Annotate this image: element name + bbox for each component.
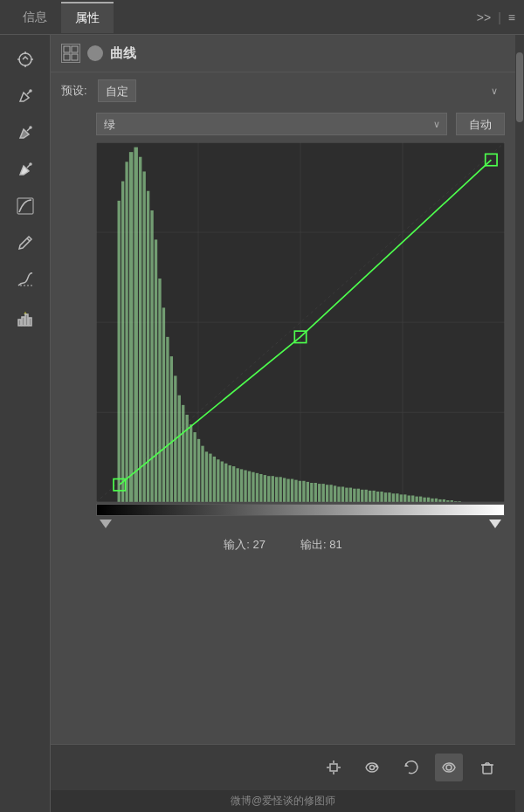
menu-icon[interactable]: ≡ — [508, 10, 515, 24]
svg-rect-57 — [217, 459, 219, 502]
svg-rect-16 — [25, 314, 28, 326]
target-adjustment-tool[interactable] — [10, 44, 41, 75]
svg-rect-83 — [318, 484, 321, 502]
input-label: 输入: 27 — [224, 537, 265, 553]
histogram-warning-tool[interactable] — [10, 304, 41, 335]
svg-rect-47 — [178, 396, 181, 503]
svg-rect-33 — [121, 182, 124, 503]
svg-rect-108 — [415, 497, 417, 503]
curve-tool[interactable] — [10, 190, 41, 222]
svg-rect-92 — [353, 489, 355, 503]
svg-rect-82 — [314, 483, 317, 502]
svg-rect-76 — [291, 479, 293, 503]
input-value: 27 — [253, 538, 265, 551]
svg-rect-34 — [125, 162, 128, 502]
svg-point-129 — [370, 766, 375, 770]
svg-rect-39 — [147, 191, 149, 503]
svg-rect-58 — [221, 461, 224, 502]
svg-point-8 — [30, 127, 31, 128]
gradient-slider[interactable] — [96, 504, 505, 516]
svg-rect-99 — [380, 492, 383, 502]
tab-properties[interactable]: 属性 — [61, 2, 114, 33]
svg-rect-72 — [275, 477, 278, 502]
preset-select[interactable]: 自定 — [98, 79, 136, 102]
svg-rect-80 — [307, 482, 309, 502]
white-point-marker[interactable] — [489, 520, 501, 528]
svg-point-10 — [30, 163, 31, 165]
io-row: 输入: 27 输出: 81 — [51, 528, 515, 561]
scrollbar[interactable] — [515, 35, 524, 812]
panel-title: 曲线 — [110, 45, 136, 62]
svg-rect-54 — [205, 451, 208, 502]
svg-rect-75 — [286, 479, 289, 503]
svg-point-6 — [30, 90, 31, 92]
scrollbar-thumb[interactable] — [516, 52, 523, 122]
svg-rect-98 — [376, 492, 379, 502]
watermark: 微博@爱怪谈的修图师 — [51, 790, 515, 812]
svg-rect-56 — [213, 457, 216, 502]
svg-rect-32 — [118, 201, 121, 502]
svg-rect-113 — [435, 499, 438, 502]
svg-rect-74 — [283, 478, 286, 502]
svg-line-12 — [27, 238, 30, 241]
white-point-eyedropper[interactable] — [10, 154, 41, 185]
svg-rect-95 — [365, 490, 368, 502]
svg-rect-87 — [334, 485, 336, 502]
gray-point-eyedropper[interactable] — [10, 117, 41, 148]
svg-rect-67 — [256, 473, 259, 502]
svg-rect-38 — [142, 171, 145, 502]
visibility-button[interactable] — [435, 754, 463, 781]
svg-rect-53 — [201, 446, 203, 503]
svg-rect-66 — [252, 472, 254, 503]
svg-rect-62 — [236, 468, 238, 502]
target-adjustment-bottom[interactable] — [320, 754, 348, 781]
svg-rect-86 — [329, 485, 332, 502]
svg-rect-17 — [29, 318, 31, 326]
svg-rect-73 — [279, 477, 281, 502]
svg-rect-93 — [357, 489, 360, 503]
svg-rect-68 — [259, 474, 262, 502]
svg-rect-14 — [18, 320, 21, 326]
main-panel: 曲线 预设: 自定 绿 自动 — [0, 35, 524, 812]
undo-button[interactable] — [396, 754, 424, 781]
svg-rect-50 — [190, 424, 192, 502]
header-controls: >> | ≡ — [477, 10, 515, 24]
svg-rect-36 — [134, 148, 137, 503]
svg-rect-124 — [330, 764, 337, 771]
svg-rect-52 — [197, 439, 200, 502]
svg-rect-23 — [72, 54, 78, 60]
svg-rect-59 — [224, 464, 227, 503]
smooth-curve-tool[interactable] — [10, 264, 41, 295]
svg-rect-79 — [302, 481, 305, 503]
svg-rect-64 — [244, 471, 246, 503]
svg-rect-61 — [232, 466, 235, 502]
svg-rect-70 — [267, 476, 270, 502]
black-point-eyedropper[interactable] — [10, 80, 41, 112]
curve-svg[interactable] — [96, 142, 505, 502]
bottom-toolbar — [51, 744, 515, 790]
svg-rect-45 — [170, 356, 173, 502]
svg-rect-111 — [427, 498, 430, 503]
pencil-tool[interactable] — [10, 227, 41, 258]
svg-rect-109 — [419, 497, 422, 503]
tab-info[interactable]: 信息 — [9, 3, 61, 32]
svg-rect-48 — [182, 405, 184, 502]
title-row: 曲线 — [51, 35, 515, 72]
svg-rect-21 — [72, 46, 78, 52]
svg-rect-101 — [388, 492, 390, 502]
delete-button[interactable] — [473, 754, 501, 781]
svg-rect-41 — [155, 239, 157, 502]
channel-select[interactable]: 绿 — [96, 113, 447, 135]
channel-row: 绿 自动 — [51, 109, 515, 142]
svg-rect-51 — [193, 432, 196, 502]
svg-rect-107 — [411, 495, 414, 502]
eye-loop-button[interactable] — [358, 754, 386, 781]
svg-point-0 — [19, 53, 31, 65]
output-label: 输出: 81 — [300, 537, 342, 553]
svg-rect-55 — [209, 454, 211, 503]
auto-button[interactable]: 自动 — [456, 113, 505, 135]
black-point-marker[interactable] — [100, 520, 112, 528]
svg-rect-81 — [310, 483, 313, 502]
svg-rect-104 — [400, 494, 403, 502]
expand-icon[interactable]: >> — [477, 10, 491, 24]
